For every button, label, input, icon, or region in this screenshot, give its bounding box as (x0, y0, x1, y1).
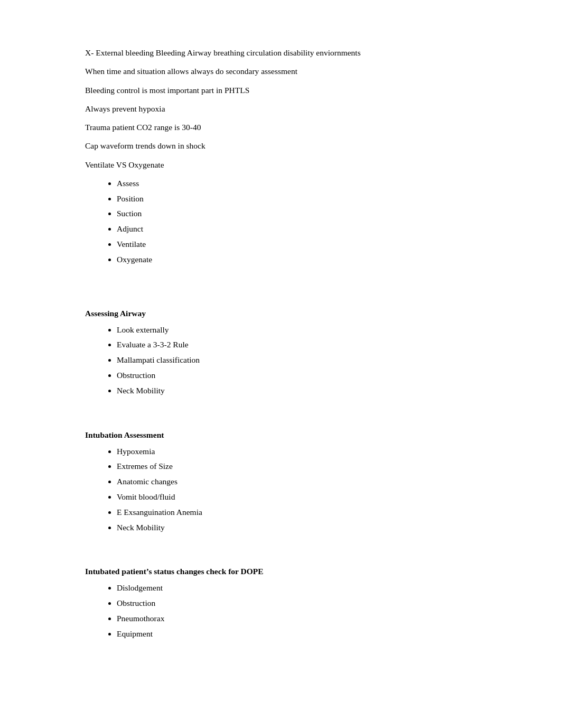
ventilate-item-2: Suction (117, 207, 476, 220)
ventilate-item-5: Oxygenate (117, 253, 476, 266)
intro-line-6: Ventilate VS Oxygenate (85, 159, 476, 171)
sections-container: Assessing AirwayLook externallyEvaluate … (85, 280, 476, 641)
section-item-assessing-airway-2: Mallampati classification (117, 354, 476, 367)
section-item-intubation-assessment-5: Neck Mobility (117, 521, 476, 535)
section-list-assessing-airway: Look externallyEvaluate a 3-3-2 RuleMall… (117, 324, 476, 398)
intro-line-0: X- External bleeding Bleeding Airway bre… (85, 47, 476, 59)
section-item-intubation-assessment-4: E Exsanguination Anemia (117, 506, 476, 519)
intro-line-2: Bleeding control is most important part … (85, 84, 476, 96)
section-item-assessing-airway-3: Obstruction (117, 369, 476, 382)
section-list-intubation-assessment: HypoxemiaExtremes of SizeAnatomic change… (117, 445, 476, 535)
intro-line-1: When time and situation allows always do… (85, 65, 476, 77)
section-item-intubation-assessment-0: Hypoxemia (117, 445, 476, 458)
page-container: X- External bleeding Bleeding Airway bre… (43, 0, 518, 676)
intro-line-3: Always prevent hypoxia (85, 103, 476, 115)
section-item-intubation-assessment-1: Extremes of Size (117, 460, 476, 473)
ventilate-item-0: Assess (117, 177, 476, 190)
ventilate-item-3: Adjunct (117, 223, 476, 236)
intro-line-5: Cap waveform trends down in shock (85, 140, 476, 152)
section-item-assessing-airway-0: Look externally (117, 324, 476, 337)
intro-lines: X- External bleeding Bleeding Airway bre… (85, 47, 476, 171)
ventilate-list: AssessPositionSuctionAdjunctVentilateOxy… (117, 177, 476, 266)
section-heading-intubation-assessment: Intubation Assessment (85, 430, 476, 440)
section-item-intubation-assessment-3: Vomit blood/fluid (117, 491, 476, 504)
intro-line-4: Trauma patient CO2 range is 30-40 (85, 121, 476, 133)
section-list-intubated-patient: DislodgementObstructionPneumothoraxEquip… (117, 582, 476, 640)
section-item-intubated-patient-0: Dislodgement (117, 582, 476, 595)
section-item-assessing-airway-1: Evaluate a 3-3-2 Rule (117, 338, 476, 352)
section-heading-assessing-airway: Assessing Airway (85, 309, 476, 318)
section-item-assessing-airway-4: Neck Mobility (117, 384, 476, 398)
ventilate-item-4: Ventilate (117, 238, 476, 251)
ventilate-item-1: Position (117, 192, 476, 206)
section-item-intubated-patient-2: Pneumothorax (117, 612, 476, 625)
section-item-intubated-patient-1: Obstruction (117, 597, 476, 610)
section-item-intubation-assessment-2: Anatomic changes (117, 475, 476, 489)
section-item-intubated-patient-3: Equipment (117, 628, 476, 641)
section-heading-intubated-patient: Intubated patient’s status changes check… (85, 567, 476, 576)
